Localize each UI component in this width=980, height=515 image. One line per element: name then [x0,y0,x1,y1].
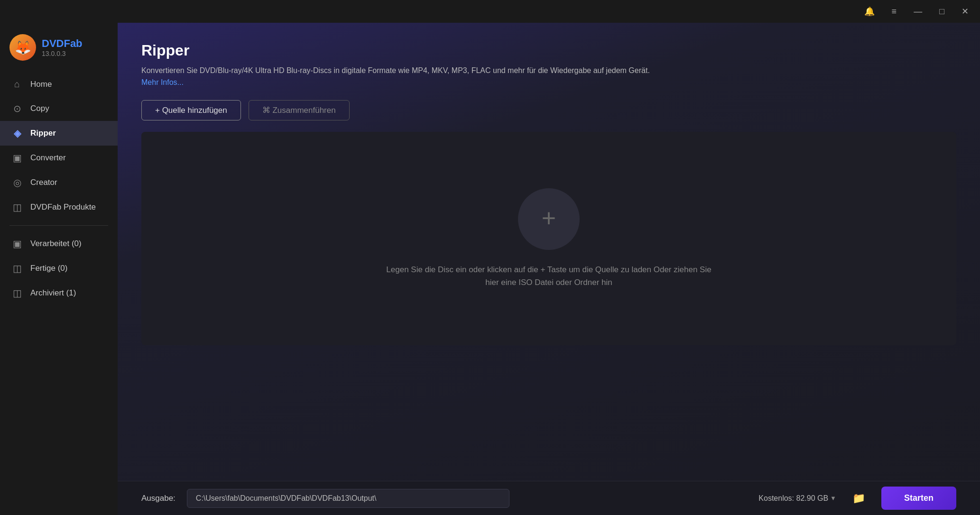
drop-circle-button[interactable]: + [518,188,580,250]
creator-icon: ◎ [11,177,23,188]
merge-button[interactable]: ⌘ Zusammenführen [249,100,350,120]
archiviert-icon: ◫ [11,287,23,299]
ripper-icon: ◈ [11,128,23,139]
sidebar-item-ripper[interactable]: ◈ Ripper [0,121,118,146]
app-body: 🦊 DVDFab 13.0.0.3 ⌂ Home ⊙ Copy ◈ Ripper… [0,23,980,515]
notification-button[interactable]: 🔔 [860,5,878,18]
output-path-input[interactable] [187,489,509,508]
drop-zone-text: Legen Sie die Disc ein oder klicken auf … [383,263,715,289]
sidebar-item-creator[interactable]: ◎ Creator [0,170,118,195]
sidebar-divider [9,225,108,226]
free-space-dropdown-icon: ▼ [830,495,836,502]
sidebar-item-fertige[interactable]: ◫ Fertige (0) [0,256,118,281]
title-bar-controls: 🔔 ≡ — □ ✕ [860,5,972,18]
verarbeitet-icon: ▣ [11,238,23,249]
bottom-bar: Ausgabe: Kostenlos: 82.90 GB ▼ 📁 Starten [118,481,980,515]
content-inner: Ripper Konvertieren Sie DVD/Blu-ray/4K U… [118,23,980,481]
sidebar: 🦊 DVDFab 13.0.0.3 ⌂ Home ⊙ Copy ◈ Ripper… [0,23,118,515]
copy-icon: ⊙ [11,103,23,114]
sidebar-item-copy[interactable]: ⊙ Copy [0,96,118,121]
sidebar-item-creator-label: Creator [30,178,57,187]
mehr-infos-link[interactable]: Mehr Infos... [141,78,956,87]
add-source-button[interactable]: + Quelle hinzufügen [141,100,241,120]
logo-version: 13.0.0.3 [42,50,83,57]
sidebar-item-archiviert[interactable]: ◫ Archiviert (1) [0,281,118,305]
content-area: Ripper Konvertieren Sie DVD/Blu-ray/4K U… [118,23,980,515]
logo-text: DVDFab 13.0.0.3 [42,37,83,57]
logo-brand: DVDFab [42,37,83,50]
sidebar-item-fertige-label: Fertige (0) [30,264,67,273]
title-bar: 🔔 ≡ — □ ✕ [0,0,980,23]
output-label: Ausgabe: [141,494,176,503]
sidebar-item-dvdfab-produkte-label: DVDFab Produkte [30,202,96,212]
toolbar: + Quelle hinzufügen ⌘ Zusammenführen [141,100,956,120]
sidebar-item-home[interactable]: ⌂ Home [0,72,118,96]
converter-icon: ▣ [11,152,23,164]
sidebar-item-copy-label: Copy [30,104,49,113]
page-title: Ripper [141,42,956,59]
page-description: Konvertieren Sie DVD/Blu-ray/4K Ultra HD… [141,65,956,76]
drop-zone[interactable]: + Legen Sie die Disc ein oder klicken au… [141,132,956,345]
sidebar-item-home-label: Home [30,80,52,89]
home-icon: ⌂ [11,79,23,90]
drop-plus-icon: + [542,206,556,230]
sidebar-item-verarbeitet-label: Verarbeitet (0) [30,239,82,248]
menu-button[interactable]: ≡ [888,5,901,18]
folder-browse-button[interactable]: 📁 [848,490,870,506]
maximize-button[interactable]: □ [935,5,948,18]
sidebar-nav: ⌂ Home ⊙ Copy ◈ Ripper ▣ Converter ◎ Cre… [0,72,118,305]
minimize-button[interactable]: — [910,5,926,18]
free-space-display: Kostenlos: 82.90 GB ▼ [758,494,836,503]
fertige-icon: ◫ [11,263,23,274]
dvdfab-produkte-icon: ◫ [11,202,23,213]
sidebar-item-converter[interactable]: ▣ Converter [0,146,118,170]
sidebar-item-dvdfab-produkte[interactable]: ◫ DVDFab Produkte [0,195,118,220]
free-space-text: Kostenlos: 82.90 GB [758,494,828,503]
sidebar-item-ripper-label: Ripper [30,129,56,138]
start-button[interactable]: Starten [881,487,956,510]
sidebar-item-converter-label: Converter [30,153,66,163]
logo-avatar: 🦊 [9,34,36,61]
sidebar-item-verarbeitet[interactable]: ▣ Verarbeitet (0) [0,231,118,256]
sidebar-item-archiviert-label: Archiviert (1) [30,288,76,298]
close-button[interactable]: ✕ [958,5,972,18]
sidebar-logo: 🦊 DVDFab 13.0.0.3 [0,30,118,72]
